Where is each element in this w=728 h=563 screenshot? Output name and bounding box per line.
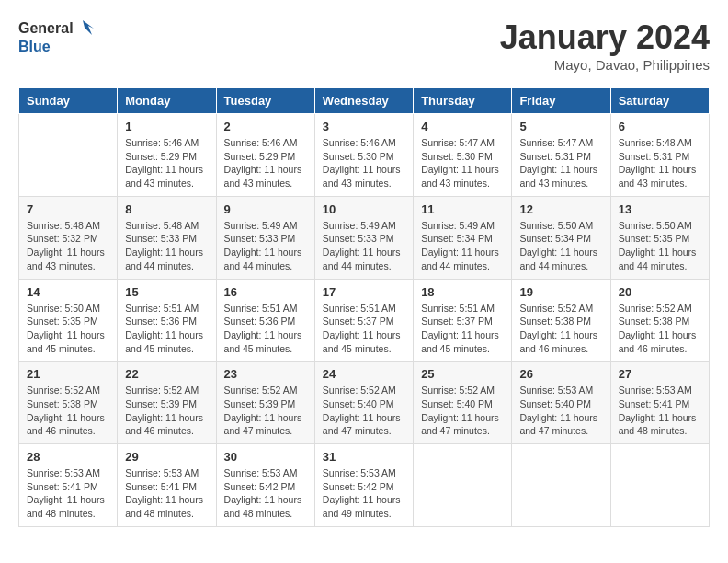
day-detail: Sunrise: 5:50 AMSunset: 5:35 PMDaylight:… (27, 302, 109, 356)
day-number: 17 (323, 285, 405, 299)
day-detail: Sunrise: 5:53 AMSunset: 5:42 PMDaylight:… (323, 466, 405, 521)
day-cell: 1Sunrise: 5:46 AMSunset: 5:29 PMDaylight… (118, 114, 216, 197)
day-number: 19 (519, 285, 602, 299)
day-number: 7 (27, 202, 109, 216)
day-detail: Sunrise: 5:52 AMSunset: 5:40 PMDaylight:… (421, 384, 504, 438)
day-cell: 20Sunrise: 5:52 AMSunset: 5:38 PMDayligh… (610, 279, 709, 362)
calendar-table: Sunday Monday Tuesday Wednesday Thursday… (18, 87, 710, 527)
day-cell: 19Sunrise: 5:52 AMSunset: 5:38 PMDayligh… (512, 279, 610, 362)
day-detail: Sunrise: 5:51 AMSunset: 5:36 PMDaylight:… (125, 302, 208, 356)
day-cell (19, 114, 118, 197)
logo-general: General (18, 20, 74, 37)
day-detail: Sunrise: 5:52 AMSunset: 5:39 PMDaylight:… (125, 384, 208, 438)
month-year-title: January 2024 (500, 18, 710, 57)
day-detail: Sunrise: 5:51 AMSunset: 5:37 PMDaylight:… (323, 302, 405, 356)
day-number: 12 (519, 202, 602, 216)
day-number: 27 (619, 367, 701, 381)
col-friday: Friday (512, 88, 610, 114)
day-number: 3 (323, 120, 405, 133)
day-cell: 29Sunrise: 5:53 AMSunset: 5:41 PMDayligh… (118, 444, 216, 527)
day-detail: Sunrise: 5:50 AMSunset: 5:35 PMDaylight:… (619, 219, 701, 273)
location-subtitle: Mayo, Davao, Philippines (500, 57, 710, 73)
logo-wordmark: General Blue (18, 18, 96, 55)
day-detail: Sunrise: 5:52 AMSunset: 5:40 PMDaylight:… (323, 384, 405, 438)
day-number: 11 (421, 202, 504, 216)
day-detail: Sunrise: 5:46 AMSunset: 5:29 PMDaylight:… (224, 136, 307, 190)
day-cell (512, 444, 610, 527)
day-cell: 17Sunrise: 5:51 AMSunset: 5:37 PMDayligh… (314, 279, 413, 362)
week-row-3: 14Sunrise: 5:50 AMSunset: 5:35 PMDayligh… (19, 279, 710, 362)
day-cell: 4Sunrise: 5:47 AMSunset: 5:30 PMDaylight… (414, 114, 512, 197)
day-detail: Sunrise: 5:48 AMSunset: 5:32 PMDaylight:… (27, 219, 109, 273)
day-detail: Sunrise: 5:48 AMSunset: 5:33 PMDaylight:… (125, 219, 208, 273)
calendar-header-row: Sunday Monday Tuesday Wednesday Thursday… (19, 88, 710, 114)
day-cell: 15Sunrise: 5:51 AMSunset: 5:36 PMDayligh… (118, 279, 216, 362)
day-cell: 5Sunrise: 5:47 AMSunset: 5:31 PMDaylight… (512, 114, 610, 197)
day-cell: 3Sunrise: 5:46 AMSunset: 5:30 PMDaylight… (314, 114, 413, 197)
day-cell: 27Sunrise: 5:53 AMSunset: 5:41 PMDayligh… (610, 362, 709, 444)
week-row-1: 1Sunrise: 5:46 AMSunset: 5:29 PMDaylight… (19, 114, 710, 197)
day-number: 26 (519, 367, 602, 381)
day-cell: 30Sunrise: 5:53 AMSunset: 5:42 PMDayligh… (216, 444, 314, 527)
day-cell: 21Sunrise: 5:52 AMSunset: 5:38 PMDayligh… (19, 362, 118, 444)
day-detail: Sunrise: 5:53 AMSunset: 5:41 PMDaylight:… (619, 384, 701, 438)
day-number: 15 (125, 285, 208, 299)
day-number: 25 (421, 367, 504, 381)
day-number: 9 (224, 202, 307, 216)
day-number: 23 (224, 367, 307, 381)
day-number: 21 (27, 367, 109, 381)
day-cell: 23Sunrise: 5:52 AMSunset: 5:39 PMDayligh… (216, 362, 314, 444)
day-detail: Sunrise: 5:53 AMSunset: 5:41 PMDaylight:… (125, 466, 208, 521)
svg-marker-0 (83, 20, 94, 35)
day-detail: Sunrise: 5:49 AMSunset: 5:34 PMDaylight:… (421, 219, 504, 273)
day-cell: 31Sunrise: 5:53 AMSunset: 5:42 PMDayligh… (314, 444, 413, 527)
day-detail: Sunrise: 5:48 AMSunset: 5:31 PMDaylight:… (619, 136, 701, 190)
day-cell: 14Sunrise: 5:50 AMSunset: 5:35 PMDayligh… (19, 279, 118, 362)
col-monday: Monday (118, 88, 216, 114)
day-detail: Sunrise: 5:52 AMSunset: 5:38 PMDaylight:… (619, 302, 701, 356)
col-wednesday: Wednesday (314, 88, 413, 114)
day-detail: Sunrise: 5:52 AMSunset: 5:38 PMDaylight:… (519, 302, 602, 356)
day-number: 31 (323, 450, 405, 464)
day-detail: Sunrise: 5:52 AMSunset: 5:38 PMDaylight:… (27, 384, 109, 438)
day-number: 2 (224, 120, 307, 133)
day-detail: Sunrise: 5:51 AMSunset: 5:37 PMDaylight:… (421, 302, 504, 356)
day-detail: Sunrise: 5:52 AMSunset: 5:39 PMDaylight:… (224, 384, 307, 438)
day-number: 14 (27, 285, 109, 299)
day-number: 24 (323, 367, 405, 381)
day-cell: 8Sunrise: 5:48 AMSunset: 5:33 PMDaylight… (118, 196, 216, 279)
day-number: 1 (125, 120, 208, 133)
day-number: 18 (421, 285, 504, 299)
day-cell: 6Sunrise: 5:48 AMSunset: 5:31 PMDaylight… (610, 114, 709, 197)
day-number: 20 (619, 285, 701, 299)
day-number: 29 (125, 450, 208, 464)
day-number: 10 (323, 202, 405, 216)
day-detail: Sunrise: 5:50 AMSunset: 5:34 PMDaylight:… (519, 219, 602, 273)
day-detail: Sunrise: 5:46 AMSunset: 5:30 PMDaylight:… (323, 136, 405, 190)
col-saturday: Saturday (610, 88, 709, 114)
day-cell: 7Sunrise: 5:48 AMSunset: 5:32 PMDaylight… (19, 196, 118, 279)
day-cell: 12Sunrise: 5:50 AMSunset: 5:34 PMDayligh… (512, 196, 610, 279)
day-number: 4 (421, 120, 504, 133)
day-cell (610, 444, 709, 527)
day-cell: 2Sunrise: 5:46 AMSunset: 5:29 PMDaylight… (216, 114, 314, 197)
day-cell: 18Sunrise: 5:51 AMSunset: 5:37 PMDayligh… (414, 279, 512, 362)
day-cell: 10Sunrise: 5:49 AMSunset: 5:33 PMDayligh… (314, 196, 413, 279)
day-number: 5 (519, 120, 602, 133)
day-number: 28 (27, 450, 109, 464)
week-row-2: 7Sunrise: 5:48 AMSunset: 5:32 PMDaylight… (19, 196, 710, 279)
logo: General Blue (18, 18, 96, 55)
col-thursday: Thursday (414, 88, 512, 114)
day-number: 13 (619, 202, 701, 216)
day-cell: 28Sunrise: 5:53 AMSunset: 5:41 PMDayligh… (19, 444, 118, 527)
logo-arrow-icon (75, 18, 96, 39)
logo-blue: Blue (18, 39, 96, 55)
day-number: 16 (224, 285, 307, 299)
page-header: General Blue January 2024 Mayo, Davao, P… (18, 18, 710, 73)
day-detail: Sunrise: 5:47 AMSunset: 5:30 PMDaylight:… (421, 136, 504, 190)
col-tuesday: Tuesday (216, 88, 314, 114)
col-sunday: Sunday (19, 88, 118, 114)
day-cell (414, 444, 512, 527)
day-cell: 22Sunrise: 5:52 AMSunset: 5:39 PMDayligh… (118, 362, 216, 444)
day-cell: 9Sunrise: 5:49 AMSunset: 5:33 PMDaylight… (216, 196, 314, 279)
